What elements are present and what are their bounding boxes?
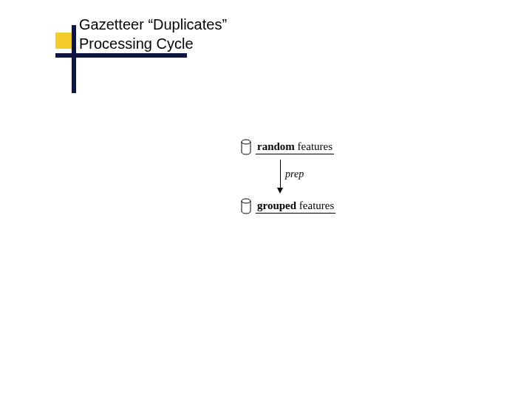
flow-edge-prep: prep: [241, 160, 433, 195]
accent-bar-vertical: [72, 25, 76, 93]
accent-bar-horizontal: [55, 53, 187, 58]
arrow-shaft: [280, 160, 281, 189]
node-label-rest: features: [295, 140, 332, 152]
node-grouped-features: grouped features: [241, 198, 433, 214]
slide-title-line1: Gazetteer “Duplicates”: [79, 16, 227, 33]
cylinder-icon: [241, 139, 251, 155]
node-label: random features: [256, 140, 334, 154]
flow-diagram: random features prep grouped features: [241, 139, 433, 214]
node-random-features: random features: [241, 139, 433, 155]
slide-title: Gazetteer “Duplicates” Processing Cycle: [79, 15, 227, 53]
cylinder-icon: [241, 198, 251, 214]
svg-point-1: [242, 199, 250, 203]
node-label-strong: grouped: [257, 200, 296, 211]
arrow-head-icon: [277, 188, 283, 194]
slide-title-line2: Processing Cycle: [79, 35, 194, 52]
node-label-strong: random: [257, 140, 295, 152]
node-label: grouped features: [256, 199, 335, 214]
node-label-rest: features: [296, 200, 334, 211]
accent-square-yellow: [55, 33, 72, 49]
svg-point-0: [242, 140, 250, 144]
edge-label: prep: [285, 168, 304, 180]
